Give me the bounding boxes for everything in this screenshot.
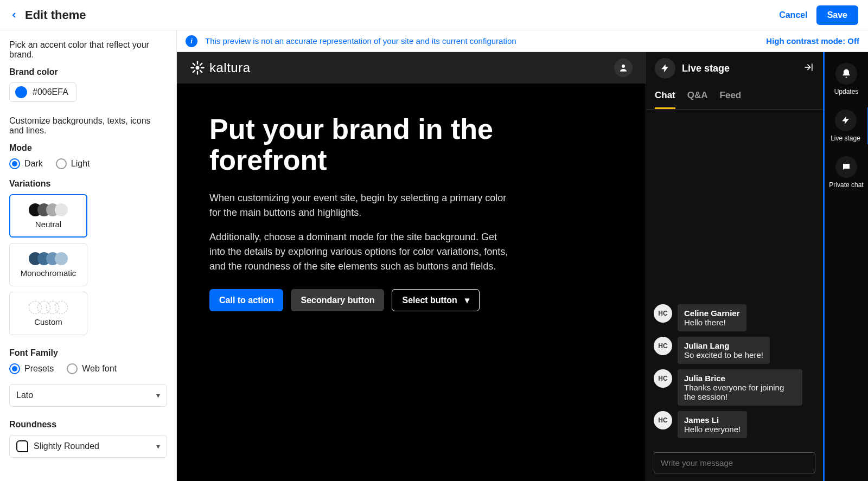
rail-updates[interactable]: Updates [825,61,868,98]
mode-light-option[interactable]: Light [56,158,90,169]
high-contrast-toggle[interactable]: High contrast mode: Off [766,36,859,46]
cancel-button[interactable]: Cancel [779,10,807,20]
variations-label: Variations [9,179,167,189]
brand-color-input[interactable]: #006EFA [9,82,76,102]
radio-icon [67,363,78,374]
font-family-label: Font Family [9,348,167,358]
message-avatar: HC [654,369,672,388]
save-button[interactable]: Save [816,5,858,25]
message-text: Thanks everyone for joining the session! [684,383,796,401]
message-bubble: Celine GarnierHello there! [678,304,746,331]
roundness-value: Slightly Rounded [34,441,99,451]
mode-light-label: Light [71,159,90,169]
user-avatar-button[interactable] [614,59,633,77]
message-bubble: Julian LangSo excited to be here! [678,337,770,364]
message-text: Hello there! [684,318,740,327]
chat-message: HCJames LiHello everyone! [654,411,815,438]
back-button[interactable] [10,11,18,20]
variation-custom-card[interactable]: Custom [9,292,87,335]
chat-input[interactable] [654,452,815,473]
mode-label: Mode [9,143,167,153]
brand-color-value: #006EFA [33,87,68,97]
right-rail: Updates Live stage Private chat [825,52,868,481]
message-author: Celine Garnier [684,309,740,318]
svg-line-6 [200,70,202,72]
variation-monochromatic-card[interactable]: Monochromatic [9,243,87,286]
rail-livestage[interactable]: Live stage [826,107,869,144]
rail-livestage-label: Live stage [831,134,860,142]
rail-updates-label: Updates [834,88,859,95]
svg-point-0 [196,67,199,69]
tab-qa[interactable]: Q&A [687,85,708,109]
brand-color-swatch [15,86,27,98]
accent-description: Pick an accent color that reflect your b… [9,40,167,60]
chevron-down-icon: ▾ [156,442,160,451]
chat-message: HCJulia BriceThanks everyone for joining… [654,369,815,406]
mono-swatches [29,252,68,265]
radio-icon [9,158,20,169]
brand-name: kaltura [209,60,251,75]
brand-color-label: Brand color [9,67,167,77]
message-author: James Li [684,415,741,425]
chevron-down-icon: ▾ [465,295,469,305]
variation-monochromatic-label: Monochromatic [21,268,76,278]
font-presets-label: Presets [24,364,54,374]
variation-custom-label: Custom [34,317,62,326]
chevron-down-icon: ▾ [156,391,160,400]
collapse-panel-button[interactable] [803,62,814,75]
preview-notice-text: This preview is not an accurate represen… [205,36,766,46]
font-select[interactable]: Lato ▾ [9,384,167,407]
message-text: So excited to be here! [684,350,763,360]
bell-icon [835,63,857,85]
message-author: Julian Lang [684,341,763,350]
font-presets-option[interactable]: Presets [9,363,54,374]
variation-neutral-card[interactable]: Neutral [9,194,87,238]
font-select-value: Lato [16,390,33,400]
bolt-icon [655,58,675,79]
select-button-label: Select button [402,296,457,305]
chat-panel: Live stage Chat Q&A Feed HCCeline Garnie… [646,52,825,481]
roundness-icon [16,440,28,452]
bolt-icon [835,110,857,131]
message-avatar: HC [654,411,672,429]
page-title: Edit theme [25,8,86,22]
svg-point-9 [622,65,625,68]
mode-dark-label: Dark [24,159,43,169]
preview-headline: Put your brand in the forefront [209,114,535,176]
mode-dark-option[interactable]: Dark [9,158,43,169]
cta-button[interactable]: Call to action [209,289,283,311]
tab-feed[interactable]: Feed [720,85,742,109]
brand-logo: kaltura [190,60,251,75]
font-webfont-label: Web font [82,364,117,374]
roundness-select[interactable]: Slightly Rounded ▾ [9,435,167,458]
preview-paragraph-1: When customizing your event site, begin … [209,191,513,220]
font-webfont-option[interactable]: Web font [67,363,117,374]
neutral-swatches [29,203,68,216]
preview-notice-bar: i This preview is not an accurate repres… [177,30,868,52]
message-avatar: HC [654,304,672,323]
message-text: Hello everyone! [684,425,741,434]
select-button[interactable]: Select button ▾ [392,289,479,311]
svg-line-5 [193,63,195,65]
custom-swatches [29,301,68,314]
message-avatar: HC [654,337,672,355]
message-bubble: James LiHello everyone! [678,411,747,438]
chat-message: HCJulian LangSo excited to be here! [654,337,815,364]
rail-privatechat-label: Private chat [829,181,863,189]
person-icon [618,63,628,73]
preview-paragraph-2: Additionally, choose a dominant mode for… [209,230,513,274]
customize-description: Customize backgrounds, texts, icons and … [9,116,167,136]
roundness-label: Roundness [9,420,167,429]
info-icon: i [186,35,197,47]
rail-privatechat[interactable]: Private chat [825,154,868,191]
tab-chat[interactable]: Chat [655,85,675,109]
secondary-button[interactable]: Secondary button [291,289,384,311]
chat-panel-title: Live stage [682,63,797,74]
svg-line-7 [193,70,195,72]
chevron-left-icon [10,11,18,20]
theme-sidebar: Pick an accent color that reflect your b… [0,30,177,481]
chat-icon [835,156,857,178]
svg-line-8 [200,63,202,65]
sun-icon [190,60,205,75]
message-author: Julia Brice [684,374,796,383]
